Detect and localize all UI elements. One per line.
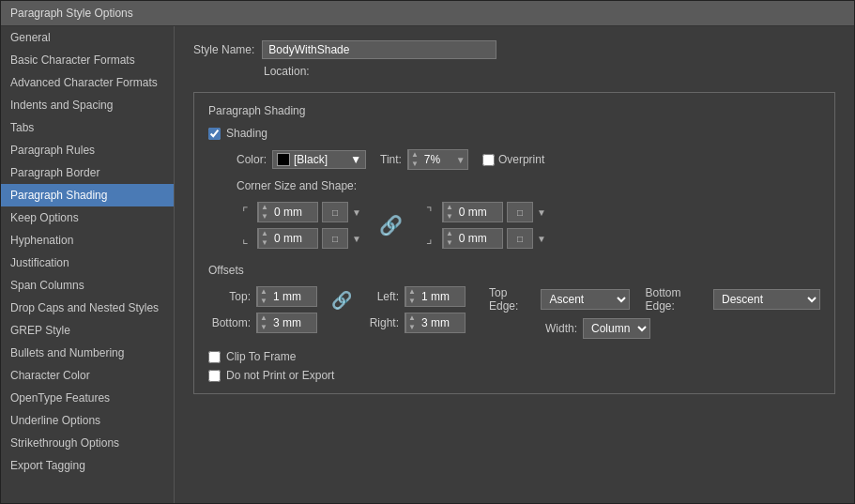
corner-tr-input[interactable]	[455, 205, 497, 220]
style-name-row: Style Name:	[193, 40, 835, 59]
clip-row: Clip To Frame	[208, 350, 820, 363]
tint-spin-down[interactable]: ▼	[409, 160, 420, 169]
corner-br-input[interactable]	[455, 231, 497, 246]
corner-section: Corner Size and Shape: ⌜ ▲ ▼	[237, 179, 820, 249]
corner-tr-up[interactable]: ▲	[444, 203, 455, 212]
sidebar-item-hyphenation[interactable]: Hyphenation	[1, 229, 174, 252]
corner-tl-up[interactable]: ▲	[259, 203, 270, 212]
right-up[interactable]: ▲	[406, 313, 418, 323]
color-tint-row: Color: [Black] ▼ Tint: ▲ ▼	[237, 149, 820, 170]
tint-label: Tint:	[380, 153, 402, 166]
sidebar-item-general[interactable]: General	[1, 26, 174, 49]
corner-tl-shape[interactable]: □	[322, 202, 348, 222]
bottom-edge-select[interactable]: Descent Ascent Cap Height Leading x Heig…	[713, 289, 820, 310]
sidebar-item-tabs[interactable]: Tabs	[1, 116, 174, 139]
corner-tl-arrow[interactable]: ▼	[352, 207, 361, 218]
corner-br-up[interactable]: ▲	[444, 229, 455, 238]
sidebar-item-underline[interactable]: Underline Options	[1, 409, 174, 432]
sidebar-item-para-shading[interactable]: Paragraph Shading	[1, 184, 174, 206]
location-row: Location:	[193, 65, 835, 78]
overprint-group: Overprint	[482, 153, 544, 166]
content-area: GeneralBasic Character FormatsAdvanced C…	[1, 26, 854, 503]
corner-tr-icon: ⌝	[421, 204, 438, 221]
offsets-link: 🔗	[331, 290, 352, 311]
sidebar-item-bullets[interactable]: Bullets and Numbering	[1, 342, 174, 364]
corner-bl-input[interactable]	[270, 231, 313, 246]
corner-tr-down[interactable]: ▼	[444, 212, 455, 221]
sidebar-item-export-tagging[interactable]: Export Tagging	[1, 454, 174, 477]
sidebar-item-adv-char[interactable]: Advanced Character Formats	[1, 71, 174, 94]
sidebar-item-opentype[interactable]: OpenType Features	[1, 387, 174, 409]
color-label: Color:	[237, 153, 267, 166]
bottom-input[interactable]	[269, 315, 312, 330]
right-input[interactable]	[418, 315, 460, 330]
top-edge-select[interactable]: Ascent Cap Height Leading x Height Em Bo…	[541, 289, 630, 310]
sidebar-item-para-border[interactable]: Paragraph Border	[1, 161, 174, 184]
bottom-spinner: ▲ ▼	[256, 313, 317, 333]
corner-br-down[interactable]: ▼	[444, 238, 455, 248]
corner-bl-up[interactable]: ▲	[259, 229, 270, 238]
corner-br-arrow[interactable]: ▼	[537, 234, 546, 244]
right-arrows: ▲ ▼	[405, 313, 418, 332]
bottom-edge-label: Bottom Edge:	[645, 286, 708, 313]
sidebar-item-drop-caps[interactable]: Drop Caps and Nested Styles	[1, 297, 174, 319]
left-offset-row: Left: ▲ ▼	[366, 286, 466, 307]
sidebar-item-basic-char[interactable]: Basic Character Formats	[1, 49, 174, 71]
left-label: Left:	[366, 290, 399, 303]
corner-tl-arrows: ▲ ▼	[258, 203, 270, 221]
left-input[interactable]	[418, 289, 460, 304]
sidebar-item-grep-style[interactable]: GREP Style	[1, 319, 174, 342]
corner-br-icon: ⌟	[421, 230, 438, 247]
clip-label: Clip To Frame	[226, 350, 296, 363]
top-offset-row: Top: ▲ ▼	[208, 286, 317, 307]
corner-right-col: ⌝ ▲ ▼ □ ▼	[421, 202, 546, 249]
width-select[interactable]: Column Text Page Margin	[583, 318, 650, 339]
top-up[interactable]: ▲	[258, 287, 269, 297]
tint-spinner: ▲ ▼ ▼	[407, 149, 468, 170]
overprint-checkbox[interactable]	[482, 154, 495, 166]
corner-tr-shape[interactable]: □	[507, 202, 533, 222]
corner-grid: ⌜ ▲ ▼ □ ▼	[237, 202, 820, 249]
overprint-label: Overprint	[498, 153, 544, 166]
left-down[interactable]: ▼	[406, 297, 418, 306]
sidebar-item-keep-options[interactable]: Keep Options	[1, 206, 174, 229]
title-bar: Paragraph Style Options	[1, 1, 854, 26]
offsets-section: Offsets Top: ▲ ▼	[208, 264, 820, 339]
shading-checkbox[interactable]	[208, 128, 221, 140]
tint-input[interactable]	[420, 152, 456, 167]
top-input[interactable]	[269, 289, 312, 304]
color-dropdown[interactable]: [Black] ▼	[272, 150, 366, 169]
sidebar-item-strikethrough[interactable]: Strikethrough Options	[1, 432, 174, 454]
corner-tl-input[interactable]	[270, 205, 313, 220]
top-edge-label: Top Edge:	[489, 286, 535, 313]
bottom-up[interactable]: ▲	[258, 313, 269, 323]
clip-checkbox[interactable]	[208, 351, 221, 363]
tint-arrow[interactable]: ▼	[456, 155, 468, 165]
left-up[interactable]: ▲	[406, 287, 418, 297]
corner-bl-spinner: ▲ ▼	[257, 228, 318, 249]
right-label: Right:	[366, 316, 399, 329]
sidebar-item-para-rules[interactable]: Paragraph Rules	[1, 139, 174, 161]
corner-tl-down[interactable]: ▼	[259, 212, 270, 221]
sidebar-item-indents[interactable]: Indents and Spacing	[1, 94, 174, 116]
corner-tr-arrow[interactable]: ▼	[537, 207, 546, 218]
sidebar-item-span-columns[interactable]: Span Columns	[1, 274, 174, 297]
tint-spin-up[interactable]: ▲	[409, 150, 420, 160]
corner-tr-arrows: ▲ ▼	[443, 203, 455, 221]
width-label: Width:	[545, 322, 577, 335]
corner-bl-down[interactable]: ▼	[259, 238, 270, 248]
sidebar-item-char-color[interactable]: Character Color	[1, 364, 174, 387]
right-down[interactable]: ▼	[406, 323, 418, 332]
style-name-input[interactable]	[262, 40, 496, 59]
offsets-title: Offsets	[208, 264, 820, 277]
corner-bl-arrow[interactable]: ▼	[352, 234, 361, 244]
location-label: Location:	[264, 65, 310, 78]
corner-bl-shape[interactable]: □	[322, 228, 348, 249]
sidebar-item-justification[interactable]: Justification	[1, 252, 174, 274]
no-print-checkbox[interactable]	[208, 370, 221, 382]
bottom-offset-row: Bottom: ▲ ▼	[208, 313, 317, 333]
bottom-label: Bottom:	[208, 316, 251, 329]
top-down[interactable]: ▼	[258, 297, 269, 306]
bottom-down[interactable]: ▼	[258, 323, 269, 332]
corner-br-shape[interactable]: □	[507, 228, 533, 249]
